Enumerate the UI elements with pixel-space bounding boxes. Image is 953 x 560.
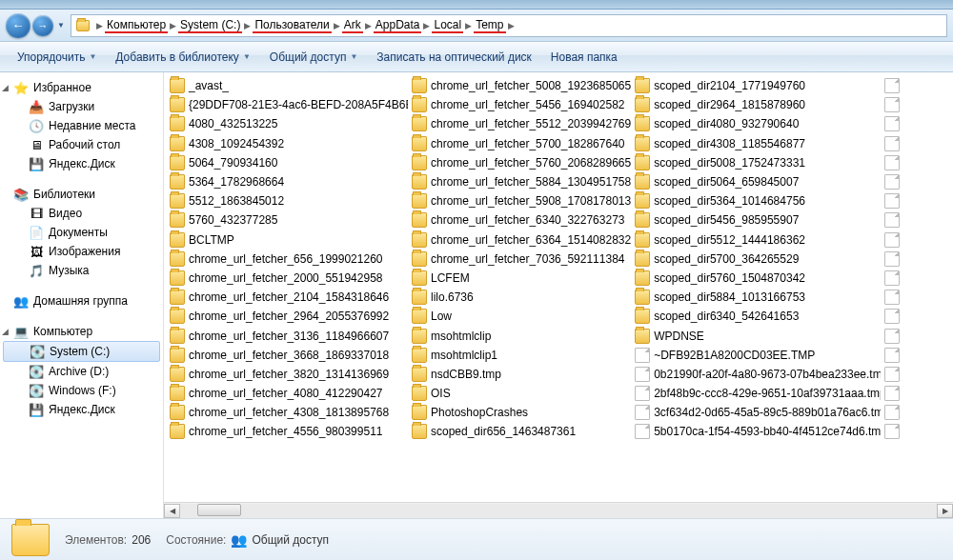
crumb-appdata[interactable]: AppData xyxy=(374,18,422,33)
sidebar-item-downloads[interactable]: 📥Загрузки xyxy=(0,97,163,116)
file-item[interactable]: scoped_dir2964_1815878960 xyxy=(635,95,881,114)
navigation-pane[interactable]: ◢⭐Избранное 📥Загрузки 🕓Недавние места 🖥Р… xyxy=(0,72,164,518)
file-item[interactable] xyxy=(884,172,947,191)
file-item[interactable] xyxy=(884,307,947,326)
history-dropdown[interactable]: ▼ xyxy=(55,16,67,35)
file-item[interactable]: scoped_dir5760_1504870342 xyxy=(635,269,881,288)
scroll-left-button[interactable]: ◀ xyxy=(164,504,180,518)
scroll-track[interactable] xyxy=(180,504,937,518)
crumb-users[interactable]: Пользователи xyxy=(253,18,331,33)
file-item[interactable]: 5b0170ca-1f54-4593-bb40-4f4512ce74d6.tmp xyxy=(635,422,881,441)
file-item[interactable] xyxy=(884,326,947,345)
file-item[interactable]: ~DFB92B1A8200CD03EE.TMP xyxy=(635,346,881,365)
file-item[interactable]: scoped_dir5364_1014684756 xyxy=(635,191,881,210)
sidebar-item-video[interactable]: 🎞Видео xyxy=(0,204,163,223)
file-item[interactable] xyxy=(884,384,947,403)
file-item[interactable]: 5512_1863845012 xyxy=(170,191,408,210)
file-item[interactable]: LCFEM xyxy=(412,269,631,288)
file-item[interactable]: msohtmlclip xyxy=(412,326,631,345)
file-item[interactable]: lilo.6736 xyxy=(412,288,631,307)
burn-button[interactable]: Записать на оптический диск xyxy=(369,47,539,68)
file-item[interactable] xyxy=(884,230,947,250)
file-item[interactable]: scoped_dir2104_1771949760 xyxy=(635,76,881,95)
file-item[interactable]: scoped_dir5884_1013166753 xyxy=(635,288,881,307)
file-item[interactable]: nsdCBB9.tmp xyxy=(412,365,631,384)
file-item[interactable]: chrome_url_fetcher_6340_322763273 xyxy=(412,210,631,230)
file-item[interactable]: chrome_url_fetcher_656_1999021260 xyxy=(170,250,408,269)
file-item[interactable]: 0b21990f-a20f-4a80-9673-07b4bea233ee.tmp xyxy=(635,365,881,384)
file-item[interactable]: BCLTMP xyxy=(170,230,408,250)
file-item[interactable]: chrome_url_fetcher_5884_1304951758 xyxy=(412,172,631,191)
file-item[interactable]: scoped_dir5456_985955907 xyxy=(635,210,881,230)
file-item[interactable]: chrome_url_fetcher_3136_1184966607 xyxy=(170,326,408,345)
sidebar-item-yandex-disk-drive[interactable]: 💾Яндекс.Диск xyxy=(0,400,163,419)
organize-button[interactable]: Упорядочить▼ xyxy=(10,47,104,68)
file-item[interactable]: scoped_dir5064_659845007 xyxy=(635,172,881,191)
file-item[interactable]: chrome_url_fetcher_4556_980399511 xyxy=(170,422,408,441)
sidebar-item-music[interactable]: 🎵Музыка xyxy=(0,261,163,280)
file-item[interactable]: scoped_dir5512_1444186362 xyxy=(635,230,881,250)
file-item[interactable]: scoped_dir656_1463487361 xyxy=(412,422,631,441)
share-button[interactable]: Общий доступ▼ xyxy=(262,47,366,68)
sidebar-favorites-header[interactable]: ◢⭐Избранное xyxy=(0,78,163,97)
file-item[interactable]: chrome_url_fetcher_5456_169402582 xyxy=(412,95,631,114)
sidebar-item-recent[interactable]: 🕓Недавние места xyxy=(0,116,163,135)
forward-button[interactable]: → xyxy=(32,15,53,36)
file-item[interactable]: msohtmlclip1 xyxy=(412,346,631,365)
scroll-right-button[interactable]: ▶ xyxy=(937,504,953,518)
file-item[interactable]: 4308_1092454392 xyxy=(170,134,408,153)
file-item[interactable]: scoped_dir4080_932790640 xyxy=(635,114,881,133)
file-item[interactable]: chrome_url_fetcher_3820_1314136969 xyxy=(170,365,408,384)
file-item[interactable]: scoped_dir4308_1185546877 xyxy=(635,134,881,153)
file-item[interactable] xyxy=(884,153,947,172)
crumb-ark[interactable]: Ark xyxy=(342,18,363,33)
file-item[interactable]: PhotoshopCrashes xyxy=(412,403,631,422)
file-item[interactable]: chrome_url_fetcher_2104_1584318646 xyxy=(170,288,408,307)
file-item[interactable]: chrome_url_fetcher_5908_1708178013 xyxy=(412,191,631,210)
file-item[interactable] xyxy=(884,365,947,384)
crumb-system-c[interactable]: System (C:) xyxy=(178,18,242,33)
file-item[interactable] xyxy=(884,210,947,230)
file-item[interactable]: OIS xyxy=(412,384,631,403)
file-item[interactable]: scoped_dir5008_1752473331 xyxy=(635,153,881,172)
file-item[interactable] xyxy=(884,346,947,365)
file-item[interactable]: scoped_dir5700_364265529 xyxy=(635,250,881,269)
expander-icon[interactable]: ◢ xyxy=(2,327,9,336)
file-item[interactable] xyxy=(884,114,947,133)
add-to-library-button[interactable]: Добавить в библиотеку▼ xyxy=(108,47,257,68)
file-item[interactable]: chrome_url_fetcher_5512_2039942769 xyxy=(412,114,631,133)
horizontal-scrollbar[interactable]: ◀ ▶ xyxy=(164,502,953,518)
file-item[interactable]: 5364_1782968664 xyxy=(170,172,408,191)
expander-icon[interactable]: ◢ xyxy=(2,83,9,92)
file-item[interactable]: chrome_url_fetcher_2964_2055376992 xyxy=(170,307,408,326)
file-item[interactable] xyxy=(884,95,947,114)
file-item[interactable]: scoped_dir6340_542641653 xyxy=(635,307,881,326)
file-item[interactable]: chrome_url_fetcher_5700_182867640 xyxy=(412,134,631,153)
file-item[interactable]: chrome_url_fetcher_7036_592111384 xyxy=(412,250,631,269)
sidebar-item-desktop[interactable]: 🖥Рабочий стол xyxy=(0,135,163,154)
file-item[interactable]: 4080_432513225 xyxy=(170,114,408,133)
sidebar-item-images[interactable]: 🖼Изображения xyxy=(0,242,163,261)
file-item[interactable]: chrome_url_fetcher_5008_1923685065 xyxy=(412,76,631,95)
file-list[interactable]: _avast_{29DDF708-21E3-4ac6-BEFD-208A5F4B… xyxy=(164,72,953,502)
sidebar-item-documents[interactable]: 📄Документы xyxy=(0,223,163,242)
sidebar-computer-header[interactable]: ◢💻Компьютер xyxy=(0,322,163,341)
file-item[interactable]: chrome_url_fetcher_6364_1514082832 xyxy=(412,230,631,250)
sidebar-item-windows-f[interactable]: 💽Windows (F:) xyxy=(0,381,163,400)
file-item[interactable]: 3cf634d2-0d65-45a5-89c5-889b01a76ac6.tmp xyxy=(635,403,881,422)
file-item[interactable] xyxy=(884,403,947,422)
address-bar[interactable]: ▶ Компьютер ▶ System (C:) ▶ Пользователи… xyxy=(71,14,947,37)
sidebar-item-yandex-disk[interactable]: 💾Яндекс.Диск xyxy=(0,154,163,173)
crumb-temp[interactable]: Temp xyxy=(474,18,505,33)
file-item[interactable] xyxy=(884,269,947,288)
file-item[interactable]: chrome_url_fetcher_4308_1813895768 xyxy=(170,403,408,422)
file-item[interactable]: chrome_url_fetcher_2000_551942958 xyxy=(170,269,408,288)
new-folder-button[interactable]: Новая папка xyxy=(543,47,625,68)
sidebar-item-archive-d[interactable]: 💽Archive (D:) xyxy=(0,362,163,381)
file-item[interactable]: _avast_ xyxy=(170,76,408,95)
file-item[interactable] xyxy=(884,134,947,153)
file-item[interactable] xyxy=(884,250,947,269)
crumb-local[interactable]: Local xyxy=(432,18,463,33)
sidebar-item-system-c[interactable]: 💽System (C:) xyxy=(3,341,160,362)
file-item[interactable] xyxy=(884,288,947,307)
